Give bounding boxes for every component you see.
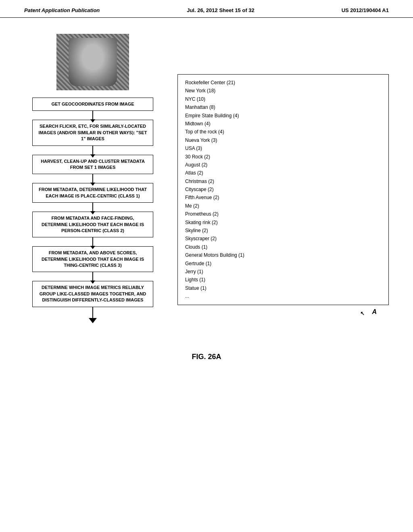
tag-item: Skyscraper (2) [185, 235, 381, 243]
annotation-arrow-icon: ↖ [360, 310, 365, 316]
flow-box-3: HARVEST, CLEAN-UP AND CLUSTER METADATA F… [32, 155, 153, 175]
tag-item: NYC (10) [185, 95, 381, 103]
flow-box-2: SEARCH FLICKR, ETC, FOR SIMILARLY-LOCATE… [32, 120, 153, 145]
flow-arrow-1 [92, 111, 93, 120]
flow-arrow-2 [92, 146, 93, 155]
flow-arrow-big [92, 307, 93, 319]
source-image [56, 34, 129, 90]
tag-item: Top of the rock (4) [185, 128, 381, 136]
header-date-sheet: Jul. 26, 2012 Sheet 15 of 32 [187, 7, 254, 13]
flow-box-6: FROM METADATA, AND ABOVE SCORES, DETERMI… [32, 246, 153, 272]
flow-arrow-6 [92, 272, 93, 281]
tags-column: Rockefeller Center (21)New York (18)NYC … [177, 34, 389, 324]
flow-box-5: FROM METADATA AND FACE-FINDING, DETERMIN… [32, 212, 153, 237]
tag-item: Empire State Building (4) [185, 112, 381, 120]
page-header: Patent Application Publication Jul. 26, … [0, 0, 413, 18]
tag-item: Statue (1) [185, 284, 381, 292]
tag-item: 30 Rock (2) [185, 153, 381, 161]
main-content: GET GEOCOORDINATES FROM IMAGE SEARCH FLI… [0, 18, 413, 341]
tag-item: Manhattan (8) [185, 103, 381, 111]
tag-item: Lights (1) [185, 276, 381, 284]
tag-item: Nueva York (3) [185, 136, 381, 144]
tags-box: Rockefeller Center (21)New York (18)NYC … [177, 74, 389, 305]
flowchart-column: GET GEOCOORDINATES FROM IMAGE SEARCH FLI… [24, 34, 161, 324]
tag-item: Clouds (1) [185, 243, 381, 251]
annotation-area: ↖ A [177, 308, 389, 324]
tag-item: Gertrude (1) [185, 260, 381, 268]
tag-item: Fifth Avenue (2) [185, 193, 381, 202]
tag-item: Jerry (1) [185, 268, 381, 276]
tag-item: Cityscape (2) [185, 185, 381, 193]
tag-item: USA (3) [185, 144, 381, 152]
tag-item: Atlas (2) [185, 169, 381, 177]
flow-box-1: GET GEOCOORDINATES FROM IMAGE [32, 98, 153, 111]
annotation-label: A [372, 308, 377, 316]
tag-item: Prometheus (2) [185, 210, 381, 218]
tag-item: Skating rink (2) [185, 218, 381, 227]
tag-item: Christmas (2) [185, 177, 381, 185]
flow-box-4: FROM METADATA, DETERMINE LIKELIHOOD THAT… [32, 183, 153, 203]
flow-box-7: DETERMINE WHICH IMAGE METRICS RELIABLY G… [32, 281, 153, 307]
header-publication-label: Patent Application Publication [24, 7, 100, 13]
tag-item: Me (2) [185, 202, 381, 210]
figure-caption: FIG. 26A [0, 353, 413, 377]
tag-item: Rockefeller Center (21) [185, 79, 381, 87]
tag-item: Skyline (2) [185, 227, 381, 235]
flow-arrow-4 [92, 203, 93, 212]
tag-item: General Motors Building (1) [185, 251, 381, 259]
header-patent-number: US 2012/190404 A1 [342, 7, 389, 13]
tag-item: New York (18) [185, 87, 381, 95]
tag-item: ... [185, 292, 381, 300]
flow-arrow-5 [92, 237, 93, 246]
tag-item: August (2) [185, 161, 381, 169]
tag-item: Midtown (4) [185, 120, 381, 128]
flow-arrow-3 [92, 174, 93, 183]
